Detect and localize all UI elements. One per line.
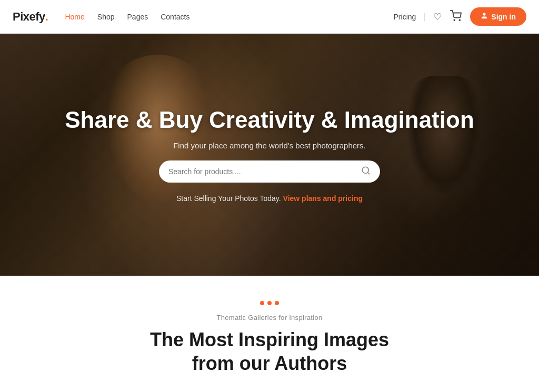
search-bar	[159, 160, 380, 183]
hero-cta-link[interactable]: View plans and pricing	[283, 194, 363, 203]
nav-home[interactable]: Home	[65, 13, 84, 21]
hero-content: Share & Buy Creativity & Imagination Fin…	[44, 107, 495, 203]
nav-pricing[interactable]: Pricing	[394, 13, 425, 21]
svg-line-4	[367, 172, 369, 174]
svg-point-2	[483, 13, 486, 16]
section-title-line1: The Most Inspiring Images	[150, 329, 389, 350]
hero-cta: Start Selling Your Photos Today. View pl…	[176, 194, 363, 203]
logo[interactable]: Pixefy.	[13, 10, 48, 24]
nav-contacts[interactable]: Contacts	[161, 13, 189, 21]
nav-shop[interactable]: Shop	[97, 13, 115, 21]
wishlist-icon[interactable]: ♡	[433, 12, 442, 22]
hero-cta-text: Start Selling Your Photos Today.	[176, 194, 281, 203]
hero-section: Share & Buy Creativity & Imagination Fin…	[0, 34, 539, 276]
section-title: The Most Inspiring Images from our Autho…	[13, 328, 526, 375]
logo-text: Pixefy	[13, 10, 45, 24]
nav-links: Home Shop Pages Contacts	[65, 13, 393, 21]
signin-button[interactable]: Sign in	[470, 7, 526, 26]
nav-right: Pricing ♡ Sign in	[394, 7, 526, 26]
hero-title: Share & Buy Creativity & Imagination	[65, 107, 474, 134]
search-input[interactable]	[168, 167, 361, 176]
cart-icon[interactable]	[450, 10, 462, 23]
dot-2	[267, 301, 272, 305]
section-tagline: Thematic Galleries for Inspiration	[13, 314, 526, 321]
nav-pages[interactable]: Pages	[127, 13, 148, 21]
svg-point-1	[460, 19, 461, 21]
navbar: Pixefy. Home Shop Pages Contacts Pricing…	[0, 0, 539, 34]
section-title-line2: from our Authors	[192, 353, 347, 374]
dot-3	[275, 301, 279, 305]
signin-label: Sign in	[491, 13, 516, 21]
gallery-section: Thematic Galleries for Inspiration The M…	[0, 276, 539, 392]
section-dots	[13, 301, 526, 305]
hero-subtitle: Find your place among the world's best p…	[173, 141, 366, 150]
search-icon[interactable]	[361, 166, 371, 177]
user-icon	[481, 12, 488, 21]
svg-point-0	[454, 19, 455, 21]
logo-dot: .	[45, 10, 48, 24]
dot-1	[260, 301, 264, 305]
